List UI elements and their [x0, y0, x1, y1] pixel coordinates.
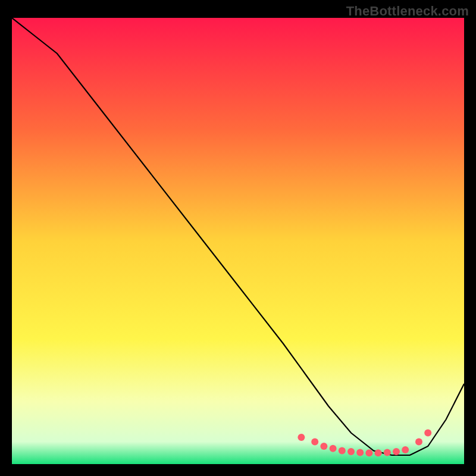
optimal-dot [415, 439, 422, 446]
optimal-dot [393, 448, 400, 455]
plot-area [12, 18, 464, 464]
optimal-dot [311, 439, 318, 446]
chart-svg [12, 18, 464, 464]
optimal-dot [384, 449, 391, 456]
optimal-dot [356, 449, 364, 456]
optimal-dot [339, 447, 346, 455]
chart-frame: TheBottleneck.com [0, 0, 476, 476]
watermark-label: TheBottleneck.com [346, 4, 469, 19]
optimal-dot [365, 449, 372, 456]
optimal-dot [298, 434, 305, 441]
optimal-dot [375, 449, 382, 456]
optimal-dot [347, 448, 355, 455]
optimal-dot [320, 443, 327, 450]
chart-background [12, 18, 464, 464]
optimal-dot [402, 446, 409, 453]
optimal-dot [330, 445, 337, 452]
optimal-dot [424, 430, 431, 437]
